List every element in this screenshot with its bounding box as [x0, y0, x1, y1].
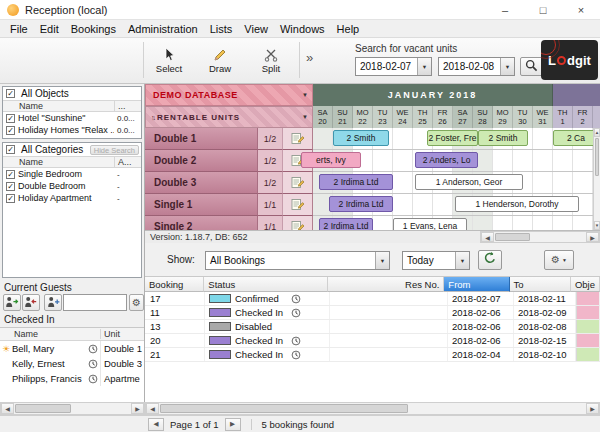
booking-row[interactable]: 17Confirmed2018-02-072018-02-11	[145, 292, 600, 306]
day-header-cell[interactable]: SU28	[473, 106, 493, 128]
grid-cell[interactable]	[393, 128, 413, 149]
day-header-cell[interactable]: SA27	[453, 106, 473, 128]
grid-cell[interactable]	[533, 128, 553, 149]
guest-row[interactable]: Kelly, ErnestDouble 3	[0, 356, 144, 371]
grid-cell[interactable]	[433, 194, 453, 215]
prev-page-button[interactable]: ◀	[148, 418, 164, 431]
category-row[interactable]: ✓Double Bedroom-	[3, 180, 141, 192]
all-objects-checkbox[interactable]: ✓	[6, 89, 15, 98]
menu-view[interactable]: View	[238, 21, 274, 37]
gantt-vertical-scrollbar[interactable]: ▲ ▼	[593, 128, 600, 230]
booking-bar[interactable]: 1 Henderson, Dorothy	[455, 196, 579, 212]
grid-cell[interactable]	[553, 216, 573, 230]
sidebar-horizontal-scrollbar[interactable]: ◀ ▶	[0, 402, 145, 415]
categories-column-extra[interactable]: A...	[114, 157, 141, 167]
booking-row[interactable]: 11Checked In2018-02-062018-02-09	[145, 306, 600, 320]
room-name-cell[interactable]: Double 2	[145, 150, 258, 172]
scroll-left-button[interactable]: ◀	[1, 403, 14, 414]
column-status[interactable]: Status	[204, 277, 327, 292]
add-guest-button[interactable]	[44, 294, 62, 311]
scroll-left-button[interactable]: ◀	[481, 232, 494, 242]
grid-cell[interactable]	[573, 172, 593, 193]
day-header-cell[interactable]: SU21	[333, 106, 353, 128]
grid-cell[interactable]	[573, 150, 593, 171]
scrollbar-track[interactable]	[14, 403, 131, 414]
column-object[interactable]: Obje	[571, 277, 600, 292]
room-name-cell[interactable]: Double 3	[145, 172, 258, 194]
grid-cell[interactable]	[393, 150, 413, 171]
column-from-sorted[interactable]: From	[444, 277, 509, 292]
day-header-cell[interactable]: TH25	[413, 106, 433, 128]
room-name-cell[interactable]: Single 2	[145, 216, 258, 230]
grid-cell[interactable]	[533, 150, 553, 171]
room-grid-row[interactable]: erts, Ivy2 Anders, Lo	[313, 150, 593, 172]
day-header-cell[interactable]: TH1	[553, 106, 573, 128]
gantt-horizontal-scrollbar[interactable]: ◀ ▶	[480, 231, 600, 243]
guest-row[interactable]: ☀Bell, MaryDouble 1	[0, 341, 144, 356]
room-grid-row[interactable]: 2 Irdima Ltd1 Henderson, Dorothy	[313, 194, 593, 216]
booking-bar[interactable]: 2 Smith	[333, 130, 389, 146]
grid-cell[interactable]	[473, 216, 493, 230]
bookings-filter-combobox[interactable]: All Bookings ▼	[205, 251, 390, 270]
booking-bar[interactable]: 2 Irdima Ltd	[319, 174, 393, 190]
day-header-cell[interactable]: WE31	[533, 106, 553, 128]
booking-bar[interactable]: 2 Smith	[478, 130, 528, 146]
objects-column-extra[interactable]: ...	[114, 101, 141, 111]
booking-bar[interactable]: 2 Irdima Ltd	[319, 218, 373, 230]
scroll-right-button[interactable]: ▶	[131, 403, 144, 414]
chevron-down-icon[interactable]: ▼	[298, 92, 312, 98]
bookings-horizontal-scrollbar[interactable]: ◀ ▶	[145, 402, 600, 415]
room-note-icon[interactable]	[283, 172, 313, 194]
booking-bar[interactable]: 2 Foster, Fre	[427, 130, 478, 146]
row-checkbox[interactable]: ✓	[6, 126, 15, 135]
booking-bar[interactable]: erts, Ivy	[301, 152, 361, 168]
chevron-down-icon[interactable]: ▼	[375, 252, 389, 269]
booking-bar[interactable]: 2 Anders, Lo	[415, 152, 478, 168]
split-button[interactable]: Split	[250, 41, 292, 79]
grid-cell[interactable]	[493, 150, 513, 171]
scrollbar-thumb[interactable]	[160, 404, 408, 413]
room-grid-row[interactable]: 2 Smith2 Foster, Fre2 Smith2 Ca	[313, 128, 593, 150]
room-grid-row[interactable]: 2 Irdima Ltd1 Evans, Lena	[313, 216, 593, 230]
grid-cell[interactable]	[573, 216, 593, 230]
maximize-button[interactable]: □	[524, 0, 562, 19]
toolbar-overflow-button[interactable]: »	[306, 50, 313, 65]
rentable-units-header[interactable]: ↑↓ RENTABLE UNITS ▼	[145, 106, 313, 128]
scrollbar-thumb[interactable]	[15, 404, 71, 413]
next-page-button[interactable]: ▶	[225, 418, 241, 431]
scroll-left-button[interactable]: ◀	[146, 403, 159, 414]
day-header-cell[interactable]: FR2	[573, 106, 593, 128]
scroll-right-button[interactable]: ▶	[586, 403, 599, 414]
sort-icon[interactable]: ↑↓	[146, 114, 157, 121]
day-header-cell[interactable]: TU30	[513, 106, 533, 128]
grid-cell[interactable]	[513, 150, 533, 171]
minimize-button[interactable]: –	[486, 0, 524, 19]
scrollbar-thumb[interactable]	[595, 138, 599, 176]
menu-bookings[interactable]: Bookings	[65, 21, 122, 37]
grid-cell[interactable]	[413, 194, 433, 215]
booking-row[interactable]: 13Disabled2018-02-062018-02-08	[145, 320, 600, 334]
chevron-down-icon[interactable]: ▼	[455, 252, 469, 269]
grid-cell[interactable]	[313, 128, 333, 149]
booking-bar[interactable]: 1 Anderson, Geor	[415, 174, 523, 190]
menu-windows[interactable]: Windows	[274, 21, 331, 37]
grid-cell[interactable]	[513, 216, 533, 230]
check-in-button[interactable]	[3, 294, 21, 311]
date-to-combobox[interactable]: 2018-02-08 ▼	[438, 57, 515, 76]
room-name-cell[interactable]: Single 1	[145, 194, 258, 216]
menu-edit[interactable]: Edit	[34, 21, 65, 37]
date-from-combobox[interactable]: 2018-02-07 ▼	[355, 57, 432, 76]
column-booking[interactable]: Booking	[145, 277, 204, 292]
grid-cell[interactable]	[393, 194, 413, 215]
grid-cell[interactable]	[493, 216, 513, 230]
scroll-right-button[interactable]: ▶	[586, 232, 599, 242]
close-button[interactable]: ×	[562, 0, 600, 19]
scrollbar-track[interactable]	[159, 403, 586, 414]
scroll-down-button[interactable]: ▼	[594, 221, 600, 230]
grid-cell[interactable]	[393, 172, 413, 193]
guest-options-button[interactable]: ⚙	[129, 294, 144, 311]
guest-search-input[interactable]	[63, 294, 127, 311]
row-checkbox[interactable]: ✓	[6, 114, 15, 123]
draw-button[interactable]: Draw	[199, 41, 241, 79]
day-header-cell[interactable]: TU23	[373, 106, 393, 128]
